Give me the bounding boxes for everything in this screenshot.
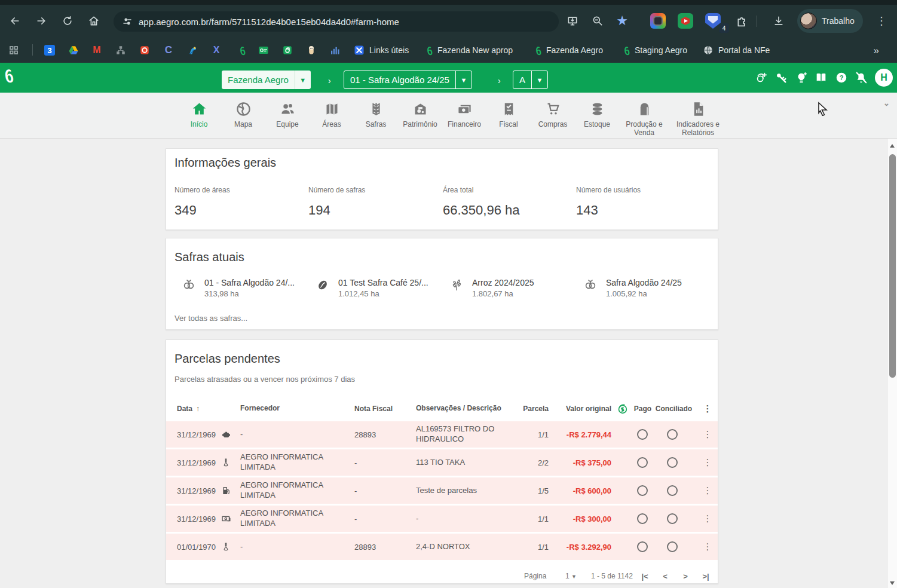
more-bookmarks-button[interactable]: » <box>874 45 879 57</box>
season-selector[interactable]: 01 - Safra Algodão 24/25 ▼ <box>344 71 472 89</box>
chevron-down-icon[interactable]: ▼ <box>456 76 472 84</box>
sort-asc-icon[interactable]: ↑ <box>196 405 200 413</box>
whats-new-button[interactable] <box>793 71 810 85</box>
aegro-logo-icon[interactable]: ∂ <box>5 66 14 87</box>
media-extension-icon[interactable] <box>678 13 693 29</box>
bookmark-gmail[interactable]: M <box>91 42 102 59</box>
back-button[interactable] <box>5 11 25 31</box>
first-page-button[interactable]: |< <box>639 572 650 581</box>
bookmark-sitemap[interactable] <box>115 42 126 59</box>
bookmark-c-app[interactable]: C <box>163 42 174 59</box>
nav-item-compras[interactable]: Compras <box>531 101 575 137</box>
bookmark-star-button[interactable]: ★ <box>612 11 632 31</box>
bookmark-aegro-banner[interactable] <box>258 42 269 59</box>
bookmark-aegro[interactable]: ∂ <box>235 42 246 59</box>
nav-item-estoque[interactable]: Estoque <box>575 101 619 137</box>
scroll-up-arrow[interactable] <box>890 144 895 148</box>
season-item[interactable]: 01 - Safra Algodão 24/...313,98 ha <box>182 278 295 298</box>
table-row[interactable]: 31/12/1969 AEGRO INFORMATICA LIMITADA - … <box>166 506 718 532</box>
add-farm-button[interactable] <box>753 71 770 85</box>
bookmark-fazenda-aegro[interactable]: ∂ Fazenda Aegro <box>531 42 603 59</box>
reconciled-radio[interactable] <box>667 513 678 524</box>
bookmark-portal-nfe[interactable]: Portal da NFe <box>703 42 770 59</box>
bookmark-drive[interactable] <box>68 42 79 59</box>
next-page-button[interactable]: > <box>680 572 691 581</box>
bookmark-parrot-app[interactable] <box>187 42 198 59</box>
chevron-down-icon[interactable]: ▼ <box>295 76 311 84</box>
col-valor-original[interactable]: Valor original <box>531 405 611 413</box>
farm-selector[interactable]: Fazenda Aegro ▼ <box>222 71 311 89</box>
zoom-button[interactable] <box>587 11 608 31</box>
nav-item-mapa[interactable]: Mapa <box>221 101 265 137</box>
paid-radio[interactable] <box>637 457 648 468</box>
apps-grid-button[interactable] <box>8 42 19 59</box>
nav-item-fiscal[interactable]: Fiscal <box>486 101 531 137</box>
bookmark-chart-app[interactable] <box>329 42 340 59</box>
nav-item-safras[interactable]: Safras <box>354 101 398 137</box>
row-menu-button[interactable]: ⋮ <box>702 485 713 496</box>
row-menu-button[interactable]: ⋮ <box>702 457 713 468</box>
bookmark-links-uteis[interactable]: Links úteis <box>354 42 409 59</box>
table-row[interactable]: 31/12/1969 - 28893 AL169573 FILTRO DO HI… <box>166 421 718 448</box>
knowledge-base-button[interactable] <box>813 71 829 85</box>
area-selector[interactable]: A ▼ <box>513 71 548 89</box>
bookmark-orange-app[interactable] <box>139 42 150 59</box>
table-row[interactable]: 31/12/1969 AEGRO INFORMATICA LIMITADA - … <box>166 477 718 504</box>
paid-radio[interactable] <box>637 513 648 524</box>
season-item[interactable]: 01 Test Safra Café 25/...1.012,45 ha <box>316 278 428 298</box>
season-item[interactable]: Arroz 2024/20251.802,67 ha <box>449 278 534 298</box>
user-avatar[interactable]: H <box>875 69 893 87</box>
bookmark-x-app[interactable]: X <box>211 42 222 59</box>
downloads-button[interactable] <box>769 11 789 31</box>
home-button[interactable] <box>84 11 104 31</box>
extensions-puzzle-button[interactable] <box>731 11 752 31</box>
browser-menu-button[interactable]: ⋮ <box>871 11 892 31</box>
col-nota-fiscal[interactable]: Nota Fiscal <box>354 405 396 413</box>
nav-item-equipe[interactable]: Equipe <box>265 101 310 137</box>
install-app-button[interactable] <box>562 11 583 31</box>
page-select[interactable]: 1 ▼ <box>565 572 577 580</box>
table-menu-button[interactable]: ⋮ <box>702 403 713 414</box>
col-data[interactable]: Data↑ <box>177 405 219 413</box>
col-conciliado[interactable]: Conciliado <box>651 405 696 413</box>
site-info-icon[interactable] <box>122 16 133 27</box>
col-fornecedor[interactable]: Fornecedor <box>240 404 354 414</box>
table-row[interactable]: 31/12/1969 AEGRO INFORMATICA LIMITADA - … <box>166 449 718 476</box>
paid-radio[interactable] <box>637 485 648 496</box>
nav-item-areas[interactable]: Áreas <box>310 101 354 137</box>
reconciled-radio[interactable] <box>667 457 678 468</box>
reconciled-radio[interactable] <box>667 541 678 552</box>
season-item[interactable]: Safra Algodão 24/251.005,92 ha <box>583 278 682 298</box>
nav-item-inicio[interactable]: Início <box>177 101 221 137</box>
paid-radio[interactable] <box>637 429 648 440</box>
bookmark-fazenda-new-aprop[interactable]: ∂ Fazenda New aprop <box>422 42 513 59</box>
scroll-down-arrow[interactable] <box>890 581 895 585</box>
help-button[interactable]: ? <box>833 71 850 85</box>
nav-item-financeiro[interactable]: Financeiro <box>442 101 486 137</box>
browser-profile-chip[interactable]: Trabalho <box>797 9 863 33</box>
bookmark-pill-app[interactable] <box>306 42 317 59</box>
bookmark-aegro-square[interactable] <box>282 42 293 59</box>
reconciled-radio[interactable] <box>667 429 678 440</box>
row-menu-button[interactable]: ⋮ <box>702 429 713 440</box>
page-scrollbar[interactable] <box>888 139 897 588</box>
bookmark-staging-aegro[interactable]: ∂ Staging Aegro <box>619 42 687 59</box>
admin-key-button[interactable] <box>773 71 789 85</box>
screen-capture-extension-icon[interactable] <box>650 13 666 29</box>
reconciled-radio[interactable] <box>667 485 678 496</box>
collapse-nav-button[interactable]: ⌄ <box>883 99 890 108</box>
notifications-muted-button[interactable] <box>853 71 870 85</box>
chevron-down-icon[interactable]: ▼ <box>532 76 547 84</box>
nav-item-producao-venda[interactable]: Produção e Venda <box>619 101 669 137</box>
reload-button[interactable] <box>57 11 78 31</box>
prev-page-button[interactable]: < <box>660 572 671 581</box>
nav-item-patrimonio[interactable]: Patrimônio <box>398 101 442 137</box>
last-page-button[interactable]: >| <box>700 572 711 581</box>
row-menu-button[interactable]: ⋮ <box>702 541 713 552</box>
row-menu-button[interactable]: ⋮ <box>702 513 713 524</box>
nav-item-indicadores-relatorios[interactable]: Indicadores e Relatórios <box>669 101 727 137</box>
forward-button[interactable] <box>31 11 51 31</box>
scrollbar-thumb[interactable] <box>889 154 896 378</box>
paid-radio[interactable] <box>637 541 648 552</box>
table-row[interactable]: 01/01/1970 - 28893 2,4-D NORTOX 1/1 -R$ … <box>166 534 718 560</box>
